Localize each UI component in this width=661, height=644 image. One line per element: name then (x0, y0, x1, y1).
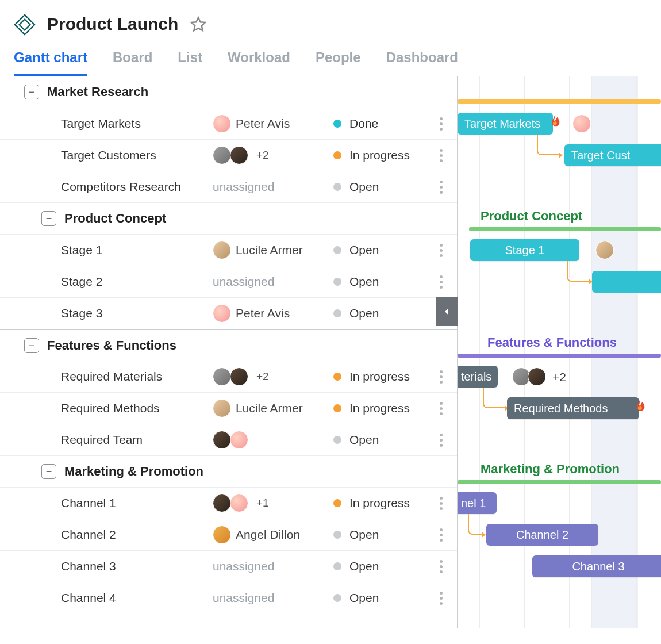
status-dot-progress-icon (333, 151, 341, 159)
status-cell[interactable]: In progress (333, 148, 425, 162)
assignee-cell[interactable]: +2 (213, 367, 333, 386)
assignee-cell[interactable]: Peter Avis (213, 304, 333, 323)
gantt-bar-stage2[interactable] (592, 271, 661, 293)
assignee-cell[interactable]: unassigned (213, 275, 333, 289)
status-cell[interactable]: Done (333, 117, 425, 131)
task-row-channel2[interactable]: Channel 2 Angel Dillon Open (0, 519, 457, 551)
task-row-target-customers[interactable]: Target Customers +2 In progress (0, 140, 457, 171)
group-row-features-functions[interactable]: − Features & Functions (0, 329, 457, 361)
avatar-icon (213, 494, 231, 512)
assignee-cell[interactable]: unassigned (213, 180, 333, 194)
gantt-bar-required-materials[interactable]: terials (458, 366, 498, 388)
avatar-icon (595, 241, 614, 259)
assignee-cell[interactable] (213, 431, 333, 449)
status-cell[interactable]: Open (333, 559, 425, 573)
task-row-stage2[interactable]: Stage 2 unassigned Open (0, 266, 457, 298)
tab-dashboard[interactable]: Dashboard (386, 46, 458, 76)
gantt-bar-channel3[interactable]: Channel 3 (532, 555, 661, 577)
row-menu-icon[interactable] (434, 497, 448, 510)
tab-workload[interactable]: Workload (228, 46, 290, 76)
status-cell[interactable]: In progress (333, 496, 425, 510)
row-menu-icon[interactable] (434, 434, 448, 447)
view-tabs: Gantt chart Board List Workload People D… (0, 46, 661, 76)
status-cell[interactable]: Open (333, 275, 425, 289)
status-cell[interactable]: Open (333, 591, 425, 605)
task-name: Required Team (61, 433, 213, 447)
group-row-marketing-promotion[interactable]: − Marketing & Promotion (0, 456, 457, 488)
group-row-market-research[interactable]: − Market Research (0, 76, 457, 108)
gantt-bar-target-markets[interactable]: Target Markets (458, 113, 553, 135)
panel-collapse-handle[interactable] (436, 297, 458, 326)
app-logo-icon (14, 14, 36, 36)
task-row-stage1[interactable]: Stage 1 Lucile Armer Open (0, 235, 457, 266)
tab-people[interactable]: People (316, 46, 361, 76)
group-title: Features & Functions (47, 338, 176, 353)
gantt-bar-label: terials (461, 370, 491, 384)
task-row-required-methods[interactable]: Required Methods Lucile Armer In progres… (0, 393, 457, 424)
gantt-bar-channel1[interactable]: nel 1 (458, 492, 497, 514)
row-menu-icon[interactable] (434, 117, 448, 131)
row-menu-icon[interactable] (434, 149, 448, 162)
collapse-toggle[interactable]: − (24, 338, 39, 353)
group-bar-features-functions[interactable] (458, 354, 661, 358)
collapse-toggle[interactable]: − (24, 85, 39, 99)
status-cell[interactable]: Open (333, 433, 425, 447)
status-cell[interactable]: Open (333, 306, 425, 320)
status-label: Open (349, 306, 379, 320)
row-menu-icon[interactable] (434, 528, 448, 542)
row-menu-icon[interactable] (434, 181, 448, 194)
row-menu-icon[interactable] (434, 275, 448, 289)
task-row-required-team[interactable]: Required Team Open (0, 424, 457, 456)
task-row-channel1[interactable]: Channel 1 +1 In progress (0, 488, 457, 519)
task-row-stage3[interactable]: Stage 3 Peter Avis Open (0, 298, 457, 329)
assignee-cell[interactable]: +2 (213, 146, 333, 164)
row-menu-icon[interactable] (434, 244, 448, 257)
task-name: Channel 4 (61, 591, 213, 605)
group-bar-market-research[interactable] (458, 99, 661, 103)
main-content: − Market Research Target Markets Peter A… (0, 76, 661, 628)
task-name: Stage 1 (61, 243, 213, 257)
row-menu-icon[interactable] (434, 370, 448, 384)
gantt-bar-label: Stage 1 (505, 244, 545, 257)
assignee-cell[interactable]: unassigned (213, 559, 333, 573)
status-label: Open (349, 528, 379, 542)
assignee-cell[interactable]: Lucile Armer (213, 241, 333, 259)
task-row-channel3[interactable]: Channel 3 unassigned Open (0, 551, 457, 582)
task-row-channel4[interactable]: Channel 4 unassigned Open (0, 582, 457, 614)
group-row-product-concept[interactable]: − Product Concept (0, 203, 457, 235)
row-menu-icon[interactable] (434, 402, 448, 415)
avatar-icon (230, 367, 248, 386)
task-row-competitors-research[interactable]: Competitors Research unassigned Open (0, 171, 457, 203)
task-row-target-markets[interactable]: Target Markets Peter Avis Done (0, 108, 457, 140)
gantt-bar-stage1[interactable]: Stage 1 (470, 239, 579, 261)
assignee-cell[interactable]: Peter Avis (213, 114, 333, 133)
row-menu-icon[interactable] (434, 592, 448, 605)
gantt-panel[interactable]: Target Markets Target Cust Pr (458, 76, 661, 628)
status-dot-progress-icon (333, 404, 341, 412)
gantt-bar-label: Channel 3 (572, 560, 624, 573)
status-cell[interactable]: Open (333, 243, 425, 257)
gantt-bar-required-methods[interactable]: Required Methods (507, 397, 639, 419)
assignee-cell[interactable]: unassigned (213, 591, 333, 605)
tab-board[interactable]: Board (113, 46, 152, 76)
gantt-bar-channel2[interactable]: Channel 2 (486, 524, 598, 546)
collapse-toggle[interactable]: − (41, 211, 56, 226)
star-icon[interactable] (190, 16, 207, 33)
assignee-cell[interactable]: Lucile Armer (213, 399, 333, 417)
status-cell[interactable]: In progress (333, 370, 425, 384)
group-bar-marketing-promotion[interactable] (458, 480, 661, 484)
tab-gantt-chart[interactable]: Gantt chart (14, 46, 87, 76)
assignee-cell[interactable]: +1 (213, 494, 333, 512)
gantt-bar-label: Channel 2 (516, 528, 568, 542)
assignee-cell[interactable]: Angel Dillon (213, 526, 333, 544)
task-row-required-materials[interactable]: Required Materials +2 In progress (0, 361, 457, 393)
group-bar-product-concept[interactable] (469, 227, 661, 231)
collapse-toggle[interactable]: − (41, 464, 56, 479)
gantt-group-label: Product Concept (481, 209, 582, 224)
tab-list[interactable]: List (178, 46, 202, 76)
status-cell[interactable]: In progress (333, 401, 425, 415)
row-menu-icon[interactable] (434, 560, 448, 573)
gantt-bar-target-customers[interactable]: Target Cust (564, 144, 661, 166)
status-cell[interactable]: Open (333, 528, 425, 542)
status-cell[interactable]: Open (333, 180, 425, 194)
